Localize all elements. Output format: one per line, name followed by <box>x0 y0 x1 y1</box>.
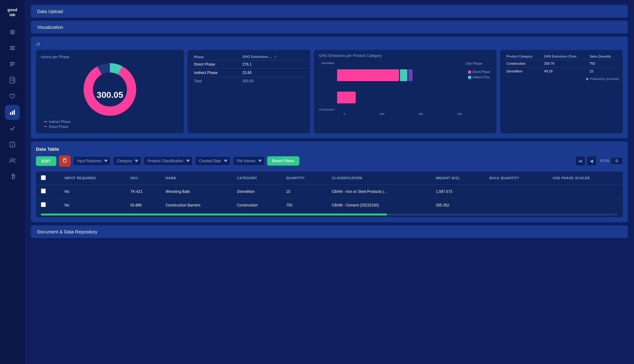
data-table: INPUT REQUIRED SKU NAME CATEGORY QUANTIT… <box>36 171 623 212</box>
product-category-table-container: Product Category GHG Emissions (Tons Sal… <box>500 50 623 133</box>
svg-rect-3 <box>10 62 15 63</box>
col-header-quantity: QUANTITY <box>281 171 327 185</box>
phase-table-container: Phase GHG Emissions ... ⤢ Direct Phase 2… <box>188 50 310 133</box>
row-input[interactable]: 0 <box>610 157 623 165</box>
indirect-phase-legend-dot <box>468 76 471 79</box>
filter-created-date[interactable]: Created Date <box>195 156 230 166</box>
svg-point-19 <box>88 68 132 111</box>
table-row: Demolition 49.29 15 <box>504 67 619 75</box>
reset-filters-button[interactable]: Reset Filters <box>267 156 299 166</box>
svg-rect-11 <box>14 110 15 115</box>
donut-wrapper: 300.05 Indirect Phase Direct Phase <box>41 62 179 128</box>
table-row-total: Total 300.05 <box>191 77 306 85</box>
sidebar-item-book[interactable] <box>5 137 20 152</box>
svg-rect-4 <box>10 64 15 64</box>
sidebar-item-active[interactable] <box>5 105 20 120</box>
svg-point-15 <box>13 158 15 160</box>
first-page-button[interactable]: ⏮ <box>575 156 585 166</box>
col-header-input-required: INPUT REQUIRED <box>60 171 125 185</box>
legend-direct-phase: Direct Phase <box>44 125 179 128</box>
donut-chart-title: ssions per Phase <box>41 55 179 59</box>
svg-text:Q: Q <box>587 78 588 80</box>
donut-svg <box>82 62 138 117</box>
svg-rect-9 <box>10 112 11 115</box>
filter-file-names[interactable]: File Names <box>233 156 265 166</box>
main-content: Data Upload Visualization ↺ ssions per P… <box>25 0 634 364</box>
quicksight-badge: Q Powered by QuickSight <box>504 77 619 80</box>
table-controls: EDIT Input Required Category Product Cla… <box>36 155 623 167</box>
phase-col-header: Phase <box>191 54 240 60</box>
table-row: Construction 250.76 750 <box>504 60 619 67</box>
col-header-bulk-quantity: BULK QUANTITY <box>484 171 548 185</box>
scroll-bar-inner <box>41 214 387 215</box>
legend-indirect-phase: Indirect Phase <box>44 120 179 124</box>
filter-input-required[interactable]: Input Required <box>73 156 111 166</box>
visualization-header[interactable]: Visualization <box>31 21 628 33</box>
sort-icon[interactable]: ⤢ <box>274 55 277 58</box>
data-table-wrapper: INPUT REQUIRED SKU NAME CATEGORY QUANTIT… <box>36 171 623 217</box>
table-row: Indirect Phase 23.95 <box>191 69 306 77</box>
svg-rect-5 <box>10 65 13 66</box>
sidebar-item-plant[interactable] <box>5 169 20 184</box>
donut-center-value: 300.05 <box>97 90 123 100</box>
table-row: No IG-888 Construction Barriers Construc… <box>36 198 623 212</box>
product-category-table: Product Category GHG Emissions (Tons Sal… <box>504 54 619 75</box>
sidebar-item-list2[interactable] <box>5 57 20 72</box>
pagination-controls: ⏮ ◀ ROW 0 <box>575 156 623 166</box>
donut-legends: Indirect Phase Direct Phase <box>41 120 179 128</box>
edit-button[interactable]: EDIT <box>36 156 56 166</box>
sidebar-item-users[interactable] <box>5 153 20 168</box>
col-header-classification: CLASSIFICATION <box>327 171 431 185</box>
construction-indirect-bar <box>400 69 407 81</box>
visualization-section: ↺ ssions per Phase 300.05 <box>31 37 628 138</box>
charts-container: ssions per Phase 300.05 Indi <box>36 50 623 133</box>
undo-icon[interactable]: ↺ <box>36 41 623 47</box>
col-header-checkbox <box>36 171 60 185</box>
table-row: Direct Phase 276.1 <box>191 60 306 69</box>
use-phase-label: Use Phase <box>466 62 492 65</box>
filter-product-classification[interactable]: Product Classification <box>144 156 193 166</box>
svg-point-14 <box>10 158 13 161</box>
col-header-category: CATEGORY <box>232 171 281 185</box>
bar-chart-container: GHG Emissions per Product Category Const… <box>314 50 497 133</box>
sidebar-item-document[interactable] <box>5 73 20 88</box>
document-repo-label: Document & Data Repository <box>37 229 97 234</box>
sidebar-item-dashboard[interactable]: ⊞ <box>5 24 20 39</box>
col-header-name: NAME <box>161 171 232 185</box>
prod-cat-col1-header: Product Category <box>504 54 541 60</box>
direct-phase-legend-dot <box>468 71 471 74</box>
col-header-sku: SKU <box>125 171 161 185</box>
data-upload-header[interactable]: Data Upload <box>31 5 628 18</box>
sidebar-item-check[interactable] <box>5 121 20 136</box>
data-table-title: Data Table <box>36 146 623 152</box>
row-checkbox-2[interactable] <box>41 202 46 207</box>
prev-page-button[interactable]: ◀ <box>587 156 597 166</box>
table-row: No TK-421 Wrecking Balls Demolition 15 C… <box>36 185 623 198</box>
bar-chart-legend: Direct Phase Indirect Pha... <box>468 70 492 79</box>
col-header-weight: WEIGHT (KG) <box>431 171 484 185</box>
svg-rect-1 <box>10 48 15 48</box>
construction-direct-bar <box>337 69 399 81</box>
legend-indirect: Indirect Pha... <box>468 76 492 79</box>
data-upload-label: Data Upload <box>37 9 63 14</box>
svg-rect-2 <box>10 49 15 50</box>
select-all-checkbox[interactable] <box>41 175 46 180</box>
scroll-bar-container <box>36 212 623 217</box>
svg-rect-10 <box>12 111 13 115</box>
row-checkbox-1[interactable] <box>41 188 46 193</box>
phase-table: Phase GHG Emissions ... ⤢ Direct Phase 2… <box>191 54 306 85</box>
donut-chart-container: ssions per Phase 300.05 Indi <box>36 50 184 133</box>
bar-chart-title: GHG Emissions per Product Category <box>319 54 492 58</box>
ghg-col-header: GHG Emissions ... ⤢ <box>240 54 306 60</box>
visualization-label: Visualization <box>37 24 63 30</box>
sidebar-item-list1[interactable] <box>5 41 20 55</box>
delete-button[interactable] <box>59 155 71 167</box>
filter-category[interactable]: Category <box>113 156 141 166</box>
prod-cat-col3-header: Sales Quantity <box>587 54 619 60</box>
sidebar: good lab ⊞ <box>0 0 25 364</box>
scroll-bar[interactable] <box>41 214 618 215</box>
document-repo-section[interactable]: Document & Data Repository <box>31 225 628 238</box>
legend-direct: Direct Phase <box>468 70 492 74</box>
sidebar-item-heart[interactable] <box>5 89 20 104</box>
prod-cat-col2-header: GHG Emissions (Tons <box>541 54 587 60</box>
